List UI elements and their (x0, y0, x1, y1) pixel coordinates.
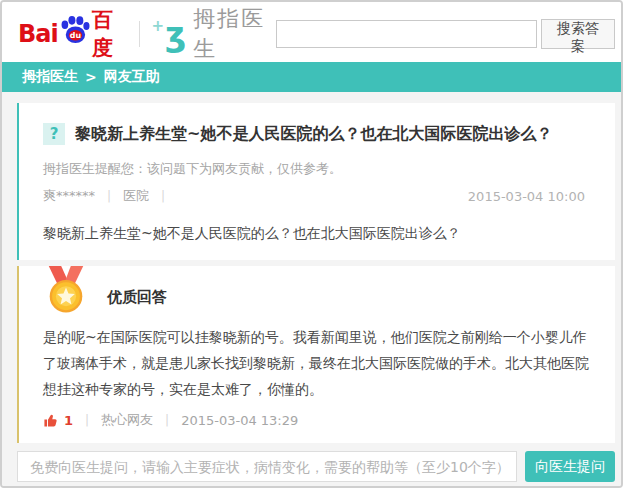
search-input[interactable] (276, 20, 537, 48)
thumb-logo-icon: ʒ (165, 18, 186, 51)
disclaimer-text: 拇指医生提醒您：该问题下为网友贡献，仅供参考。 (43, 160, 595, 178)
baidu-logo[interactable]: Bai du 百度 (18, 6, 125, 62)
search-answers-button[interactable]: 搜索答案 (541, 19, 615, 49)
breadcrumb-home[interactable]: 拇指医生 (22, 68, 78, 86)
category-link[interactable]: 医院 (123, 187, 149, 205)
baidu-logo-cn: 百度 (92, 6, 125, 62)
responder-name: 热心网友 (101, 411, 153, 429)
question-title-row: ? 黎晓新上养生堂~她不是人民医院的么？也在北大国际医院出诊么？ (43, 123, 595, 145)
best-answer-label: 优质回答 (107, 288, 167, 307)
ask-doctor-bar: 向医生提问 (17, 451, 615, 482)
answer-timestamp: 2015-03-04 13:29 (181, 413, 298, 428)
baidu-paw-icon: du (59, 15, 91, 48)
ask-question-input[interactable] (17, 451, 517, 482)
answer-footer: 1 | 热心网友 | 2015-03-04 13:29 (43, 411, 595, 429)
foot-separator: | (165, 413, 169, 427)
answer-body: 是的呢~在国际医院可以挂黎晓新的号。我看新闻里说，他们医院之前刚给一个小婴儿作了… (43, 324, 595, 402)
meta-separator: | (161, 189, 165, 203)
search-area: 搜索答案 (276, 19, 615, 49)
baidu-logo-bai: Bai (18, 20, 58, 48)
like-button[interactable]: 1 (43, 413, 73, 428)
answer-header: 优质回答 (43, 266, 595, 314)
question-card: ? 黎晓新上养生堂~她不是人民医院的么？也在北大国际医院出诊么？ 拇指医生提醒您… (17, 103, 615, 260)
content: ? 黎晓新上养生堂~她不是人民医院的么？也在北大国际医院出诊么？ 拇指医生提醒您… (2, 92, 621, 486)
breadcrumb-current: 网友互助 (104, 68, 160, 86)
breadcrumb: 拇指医生 > 网友互助 (2, 62, 621, 92)
medal-icon (43, 266, 89, 314)
foot-separator: | (85, 413, 89, 427)
question-timestamp: 2015-03-04 10:00 (468, 189, 595, 204)
asker-name: 爽****** (43, 187, 95, 205)
product-name: 拇指医生 (193, 4, 276, 64)
ask-doctor-button[interactable]: 向医生提问 (525, 451, 615, 482)
header: Bai du 百度 + ʒ 拇指医生 搜索答案 (2, 2, 621, 62)
answer-card: 优质回答 是的呢~在国际医院可以挂黎晓新的号。我看新闻里说，他们医院之前刚给一个… (17, 266, 615, 443)
breadcrumb-separator: > (85, 69, 97, 85)
question-title: 黎晓新上养生堂~她不是人民医院的么？也在北大国际医院出诊么？ (75, 124, 552, 145)
like-count: 1 (64, 413, 73, 428)
question-meta: 爽****** | 医院 | 2015-03-04 10:00 (43, 187, 595, 205)
plus-icon: + (152, 17, 165, 35)
thumbs-up-icon (43, 413, 58, 428)
meta-separator: | (107, 189, 111, 203)
svg-text:du: du (70, 31, 81, 40)
logo-divider (139, 21, 140, 47)
muzhi-doctor-logo[interactable]: + ʒ 拇指医生 (152, 4, 277, 64)
question-body: 黎晓新上养生堂~她不是人民医院的么？也在北大国际医院出诊么？ (43, 222, 595, 244)
question-mark-icon: ? (43, 123, 65, 145)
page: Bai du 百度 + ʒ 拇指医生 搜索答案 (0, 0, 623, 488)
